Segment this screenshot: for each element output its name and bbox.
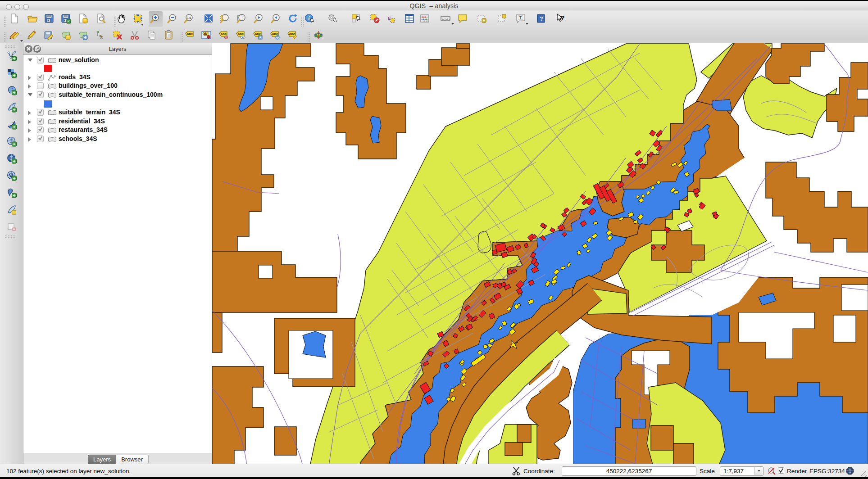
svg-text:T: T bbox=[519, 15, 522, 20]
svg-text:abc: abc bbox=[289, 32, 295, 36]
svg-text:*: * bbox=[84, 18, 86, 23]
svg-text:abc: abc bbox=[272, 32, 278, 36]
svg-text:abc: abc bbox=[238, 32, 244, 36]
svg-text:ab: ab bbox=[204, 32, 207, 35]
svg-text:*: * bbox=[13, 210, 15, 215]
svg-text:abc: abc bbox=[221, 32, 227, 36]
svg-text:?: ? bbox=[561, 14, 565, 22]
svg-text:?: ? bbox=[540, 16, 543, 22]
svg-text:abc: abc bbox=[255, 32, 261, 36]
svg-text:abc: abc bbox=[187, 32, 193, 36]
svg-text:1:1: 1:1 bbox=[187, 16, 191, 19]
svg-text:*: * bbox=[67, 34, 69, 40]
